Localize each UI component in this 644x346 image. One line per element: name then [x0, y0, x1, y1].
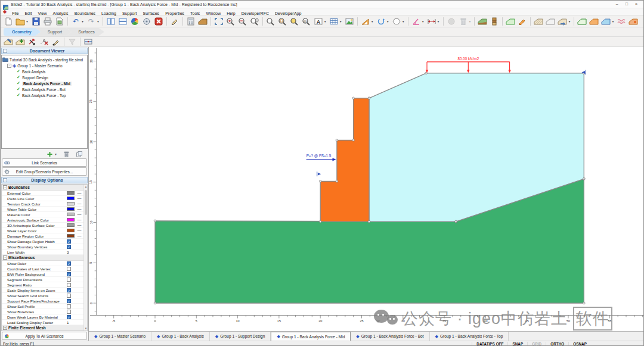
analysis-slope-button[interactable]	[197, 16, 209, 27]
color-picker-button[interactable]: —	[75, 229, 84, 232]
checkbox[interactable]: ✓	[67, 299, 71, 303]
add-scenario-button[interactable]: ▼	[45, 149, 58, 160]
display-options-button[interactable]	[129, 16, 141, 27]
checkbox[interactable]: ✓	[67, 288, 71, 292]
undo-button[interactable]: ↶▼	[70, 16, 85, 27]
scenario-tab-group-1-back-analysis-force-top[interactable]: ◆Group 1 - Back Analysis Force - Top	[430, 332, 509, 341]
tree-scenario-back-analysis[interactable]: ✓Back Analysis	[2, 68, 86, 74]
dropdown-caret-icon[interactable]: ▼	[402, 20, 405, 23]
dropdown-caret-icon[interactable]: ▼	[386, 20, 389, 23]
option-row-line-width[interactable]: Line Width3	[2, 250, 87, 255]
option-row-water-table-color[interactable]: Water Table Color—	[2, 207, 87, 212]
save-file-button[interactable]	[30, 16, 42, 27]
model-drawing[interactable]: -5051015202530354045505505101520253080.0…	[89, 47, 644, 331]
option-row-draw-weak-layers-by-material[interactable]: Draw Weak Layers By Material✓	[2, 314, 87, 320]
scroll-up-icon[interactable]: ▲	[84, 185, 88, 189]
boundary-vertex[interactable]	[336, 180, 338, 183]
option-row-tension-crack-color[interactable]: Tension Crack Color—	[2, 201, 87, 207]
display-options-header[interactable]: - Display Options	[1, 177, 88, 183]
option-row-load-scaling-display-factor[interactable]: Load Scaling Display Factor1	[2, 320, 87, 325]
color-swatch[interactable]	[67, 213, 75, 216]
polygon-tool-button[interactable]: ▼	[391, 16, 406, 27]
checkbox[interactable]: ✓	[67, 272, 71, 276]
scenario-tab-group-1-back-analysis[interactable]: ◆Group 1 - Back Analysis	[151, 332, 210, 341]
line-load-marker[interactable]	[317, 172, 321, 176]
scenario-tab-group-1-back-analysis-force-bot[interactable]: ◆Group 1 - Back Analysis Force - Bot	[351, 332, 429, 341]
angle-tool-button[interactable]: ▼	[410, 16, 426, 27]
delete-vertices-button[interactable]	[38, 36, 50, 47]
boundary-vertex[interactable]	[154, 220, 156, 222]
option-row-anisotropic-surface-color[interactable]: Anisotropic Surface Color—	[2, 217, 87, 223]
maximize-button[interactable]: □	[626, 1, 628, 7]
zoom-extents-button[interactable]	[213, 16, 225, 27]
dimension-tool-button[interactable]: ▼	[426, 16, 441, 27]
exit-analysis-button[interactable]	[153, 16, 165, 27]
color-swatch[interactable]	[67, 223, 75, 227]
menu-surfaces[interactable]: Surfaces	[140, 11, 163, 15]
menu-analysis[interactable]: Analysis	[50, 11, 72, 15]
option-row-show-damage-region-hatch[interactable]: Show Damage Region Hatch✓	[2, 239, 87, 244]
menu-support[interactable]: Support	[119, 11, 140, 15]
color-picker-button[interactable]: —	[75, 191, 84, 195]
open-file-button[interactable]: ▼	[14, 16, 30, 27]
tree-scenario-back-analysis-force-mid[interactable]: ✓Back Analysis Force - Mid	[2, 80, 86, 86]
scroll-thumb[interactable]	[85, 190, 87, 215]
menu-boundaries[interactable]: Boundaries	[72, 11, 98, 15]
color-picker-button[interactable]: —	[75, 218, 84, 222]
zoom-all-button[interactable]: @	[301, 16, 312, 27]
option-row-show-boreholes[interactable]: Show Boreholes	[2, 309, 87, 314]
retaining-wall-material[interactable]	[320, 98, 369, 222]
material-layers-button[interactable]	[476, 16, 488, 27]
menu-properties[interactable]: Properties	[162, 11, 187, 15]
zoom-selection-button[interactable]	[277, 16, 289, 27]
dropdown-caret-icon[interactable]: ▼	[422, 20, 425, 23]
section-header-boundaries[interactable]: -Boundaries	[2, 185, 87, 191]
checkbox[interactable]: ✓	[67, 239, 71, 244]
option-row-support-face-plates-anchorage[interactable]: Support Face Plates/Anchorage✓	[2, 298, 87, 304]
boundary-vertex[interactable]	[583, 178, 586, 180]
zoom-mouse-button[interactable]	[249, 16, 261, 27]
menu-developerapp[interactable]: DeveloperApp	[272, 11, 304, 15]
color-picker-button[interactable]: —	[75, 223, 84, 227]
boundary-vertex[interactable]	[336, 139, 338, 142]
print-button[interactable]	[42, 16, 54, 27]
edit-tool-button[interactable]	[169, 16, 181, 27]
scenario-tab-group-1-support-design[interactable]: ◆Group 1 - Support Design	[210, 332, 271, 341]
add-support-region-button[interactable]	[627, 16, 639, 27]
collapse-icon[interactable]: -	[3, 185, 7, 189]
dropdown-caret-icon[interactable]: ▼	[324, 20, 327, 23]
add-material-boundary-button[interactable]	[14, 36, 26, 47]
boundary-vertex[interactable]	[319, 180, 321, 183]
color-swatch[interactable]	[67, 218, 75, 222]
status-toggle-snap[interactable]: SNAP	[507, 342, 527, 346]
zoom-in-button[interactable]	[225, 16, 237, 27]
tile-horizontal-button[interactable]	[117, 16, 129, 27]
section-creator-button[interactable]	[82, 36, 94, 47]
apply-to-all-scenarios-button[interactable]: Apply To All Scenarios	[2, 332, 87, 340]
color-swatch[interactable]	[67, 234, 75, 238]
option-row-show-ruler[interactable]: Show Ruler✓	[2, 261, 87, 266]
boundary-vertex[interactable]	[368, 97, 370, 99]
dropdown-caret-icon[interactable]: ▼	[26, 20, 29, 23]
option-row-material-color[interactable]: Material Color—	[2, 212, 87, 217]
option-row-coordinates-of-last-vertex[interactable]: Coordinates of Last Vertex	[2, 266, 87, 272]
new-file-button[interactable]	[2, 16, 14, 27]
option-row-show-boundary-vertices[interactable]: Show Boundary Vertices✓	[2, 244, 87, 250]
checkbox[interactable]	[67, 304, 71, 308]
option-row-scale-display-items-on-zoom[interactable]: Scale Display Items on Zoom✓	[2, 288, 87, 293]
workflow-tab-support[interactable]: Support	[36, 28, 72, 36]
zoom-window-button[interactable]	[265, 16, 277, 27]
document-viewer-header[interactable]: - Document Viewer	[1, 48, 88, 54]
boundary-vertex[interactable]	[154, 302, 156, 304]
borehole-tool-button[interactable]	[488, 16, 500, 27]
zoom-highlight-button[interactable]	[289, 16, 301, 27]
section-header-miscellaneous[interactable]: -Miscellaneous	[2, 255, 87, 261]
scenario-tab-group-1-back-analysis-force-mid[interactable]: ◆Group 1 - Back Analysis Force - Mid	[271, 332, 351, 341]
dropdown-caret-icon[interactable]: ▼	[611, 20, 614, 23]
boundary-editor-button[interactable]	[504, 16, 516, 27]
edit-group-scenario-properties-button[interactable]: Edit Group/Scenario Properties...	[2, 167, 87, 176]
project-settings-button[interactable]	[185, 16, 197, 27]
dropdown-caret-icon[interactable]: ▼	[568, 20, 571, 23]
value-field[interactable]: 3	[67, 250, 75, 254]
workflow-tab-surfaces[interactable]: Surfaces	[66, 28, 104, 36]
